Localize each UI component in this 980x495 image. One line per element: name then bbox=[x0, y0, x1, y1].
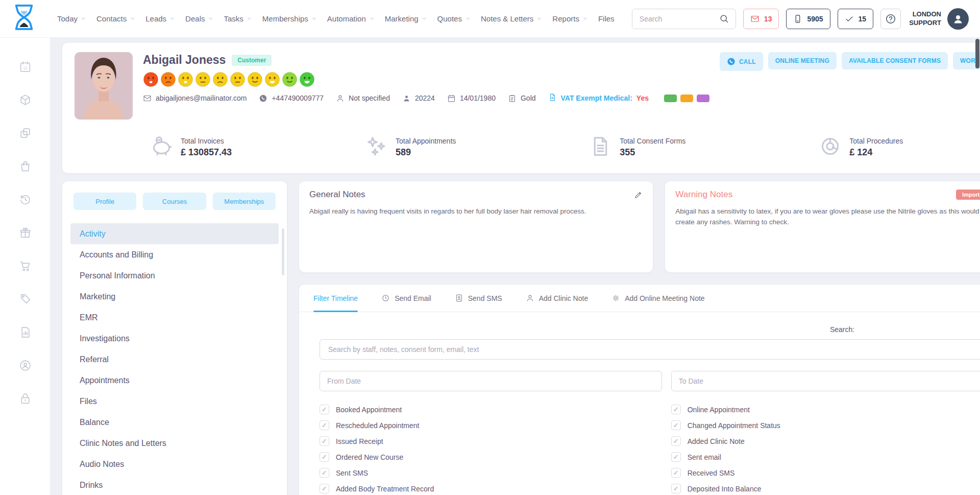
filter-input-to-date[interactable] bbox=[671, 371, 980, 391]
checkbox[interactable]: ✓ bbox=[320, 405, 329, 414]
menu-item-marketing[interactable]: Marketing bbox=[70, 286, 279, 307]
timeline-tab-add-clinic-note[interactable]: Add Clinic Note bbox=[526, 285, 589, 312]
gift-icon bbox=[19, 226, 32, 241]
page-scrollbar-thumb[interactable] bbox=[975, 39, 979, 68]
sidebar-icon-cart[interactable] bbox=[19, 260, 32, 274]
menu-item-referral[interactable]: Referral bbox=[70, 349, 279, 370]
checkbox[interactable]: ✓ bbox=[320, 468, 329, 478]
filter-checkbox-booked-appointment[interactable]: ✓ Booked Appointment bbox=[320, 405, 662, 414]
filter-checkbox-received-sms[interactable]: ✓ Received SMS bbox=[671, 468, 980, 478]
nav-item-memberships[interactable]: Memberships bbox=[262, 14, 317, 23]
filter-checkbox-rescheduled-appointment[interactable]: ✓ Rescheduled Appointment bbox=[320, 420, 662, 430]
tab-courses[interactable]: Courses bbox=[143, 193, 206, 210]
search-icon[interactable] bbox=[713, 9, 736, 29]
menu-item-appointments[interactable]: Appointments bbox=[70, 370, 279, 391]
filter-checkbox-changed-appointment-status[interactable]: ✓ Changed Appointment Status bbox=[671, 420, 980, 430]
sidebar-icon-tag[interactable] bbox=[19, 293, 32, 308]
checkbox[interactable]: ✓ bbox=[671, 468, 681, 478]
filter-checkbox-deposited-into-balance[interactable]: ✓ Deposited Into Balance bbox=[671, 484, 980, 493]
online-meeting-button[interactable]: ONLINE MEETING bbox=[768, 52, 837, 69]
menu-item-clinic-notes-and-letters[interactable]: Clinic Notes and Letters bbox=[70, 433, 279, 454]
rating-face-3-icon[interactable] bbox=[178, 72, 193, 87]
rating-face-6-icon[interactable] bbox=[230, 72, 246, 87]
nav-item-notes-letters[interactable]: Notes & Letters bbox=[481, 14, 542, 23]
menu-item-balance[interactable]: Balance bbox=[70, 412, 279, 433]
menu-item-files[interactable]: Files bbox=[70, 391, 279, 412]
menu-item-activity[interactable]: Activity bbox=[70, 223, 279, 244]
sidebar-icon-copy[interactable] bbox=[19, 127, 32, 142]
search-input[interactable] bbox=[632, 9, 713, 29]
menu-item-drinks[interactable]: Drinks bbox=[70, 475, 279, 495]
client-gender: Not specified bbox=[336, 94, 390, 103]
menu-item-investigations[interactable]: Investigations bbox=[70, 328, 279, 349]
sidebar-icon-package[interactable] bbox=[19, 93, 32, 108]
menu-item-personal-information[interactable]: Personal Information bbox=[70, 265, 279, 286]
checkbox[interactable]: ✓ bbox=[671, 405, 681, 414]
filter-checkbox-issued-receipt[interactable]: ✓ Issued Receipt bbox=[320, 436, 662, 446]
rating-face-10-icon[interactable] bbox=[299, 72, 315, 87]
checkbox[interactable]: ✓ bbox=[320, 452, 329, 462]
app-logo-hourglass-icon[interactable] bbox=[12, 5, 36, 33]
timeline-tab-filter-timeline[interactable]: Filter Timeline bbox=[313, 285, 358, 312]
sidebar-icon-gift[interactable] bbox=[19, 226, 32, 241]
nav-item-deals[interactable]: Deals bbox=[185, 14, 213, 23]
filter-input-from-date[interactable] bbox=[320, 371, 662, 391]
user-avatar[interactable] bbox=[947, 8, 969, 30]
filter-checkbox-added-body-treatment-record[interactable]: ✓ Added Body Treatment Record bbox=[320, 484, 662, 493]
filter-checkbox-ordered-new-course[interactable]: ✓ Ordered New Course bbox=[320, 452, 662, 462]
checkbox[interactable]: ✓ bbox=[320, 436, 329, 446]
rating-face-4-icon[interactable] bbox=[195, 72, 211, 87]
filter-checkbox-sent-email[interactable]: ✓ Sent email bbox=[671, 452, 980, 462]
rating-face-2-icon[interactable] bbox=[160, 72, 176, 87]
filter-checkbox-online-appointment[interactable]: ✓ Online Appointment bbox=[671, 405, 980, 414]
sidebar-icon-report[interactable] bbox=[19, 326, 32, 341]
nav-item-files[interactable]: Files bbox=[598, 14, 615, 23]
menu-item-accounts-and-billing[interactable]: Accounts and Billing bbox=[70, 244, 279, 265]
sidebar-icon-history[interactable] bbox=[19, 193, 32, 208]
badge-smartphone[interactable]: 5905 bbox=[786, 9, 830, 29]
rating-face-8-icon[interactable] bbox=[264, 72, 280, 87]
nav-item-marketing[interactable]: Marketing bbox=[385, 14, 427, 23]
timeline-tab-send-sms[interactable]: Send SMS bbox=[455, 285, 502, 312]
call-button[interactable]: CALL bbox=[720, 52, 763, 71]
nav-item-automation[interactable]: Automation bbox=[327, 14, 375, 23]
available-consent-forms-button[interactable]: AVAILABLE CONSENT FORMS bbox=[842, 52, 948, 69]
tag-chip[interactable] bbox=[664, 95, 677, 102]
checkbox[interactable]: ✓ bbox=[671, 436, 681, 446]
timeline-tab-add-online-meeting-note[interactable]: Add Online Meeting Note bbox=[611, 285, 704, 312]
badge-envelope[interactable]: 13 bbox=[743, 9, 779, 29]
checkbox[interactable]: ✓ bbox=[671, 420, 681, 430]
nav-item-tasks[interactable]: Tasks bbox=[224, 14, 252, 23]
timeline-tab-send-email[interactable]: Send Email bbox=[381, 285, 431, 312]
rating-face-9-icon[interactable] bbox=[282, 72, 298, 87]
filter-checkbox-added-clinic-note[interactable]: ✓ Added Clinic Note bbox=[671, 436, 980, 446]
sidebar-icon-calendar-12[interactable]: 12 bbox=[19, 60, 32, 75]
panel-scrollbar[interactable] bbox=[282, 228, 284, 275]
nav-item-today[interactable]: Today bbox=[57, 14, 86, 23]
nav-item-quotes[interactable]: Quotes bbox=[437, 14, 471, 23]
sidebar-icon-shopping-bag[interactable] bbox=[19, 160, 32, 175]
nav-item-contacts[interactable]: Contacts bbox=[96, 14, 135, 23]
tag-chip[interactable] bbox=[680, 95, 693, 102]
sidebar-icon-lock[interactable] bbox=[19, 392, 32, 407]
edit-note-icon[interactable] bbox=[634, 191, 643, 199]
checkbox[interactable]: ✓ bbox=[320, 420, 329, 430]
rating-face-5-icon[interactable] bbox=[212, 72, 228, 87]
nav-item-reports[interactable]: Reports bbox=[552, 14, 588, 23]
help-icon[interactable] bbox=[880, 9, 901, 29]
menu-item-emr[interactable]: EMR bbox=[70, 307, 279, 328]
tab-profile[interactable]: Profile bbox=[74, 193, 136, 210]
menu-item-audio-notes[interactable]: Audio Notes bbox=[70, 454, 279, 475]
badge-check[interactable]: 15 bbox=[838, 9, 874, 29]
sidebar-icon-support[interactable] bbox=[19, 359, 32, 374]
checkbox[interactable]: ✓ bbox=[671, 484, 681, 493]
tab-memberships[interactable]: Memberships bbox=[213, 193, 276, 210]
tag-chip[interactable] bbox=[697, 95, 709, 102]
timeline-search-input[interactable] bbox=[320, 339, 980, 360]
checkbox[interactable]: ✓ bbox=[320, 484, 329, 493]
rating-face-7-icon[interactable] bbox=[247, 72, 263, 87]
filter-checkbox-sent-sms[interactable]: ✓ Sent SMS bbox=[320, 468, 662, 478]
nav-item-leads[interactable]: Leads bbox=[145, 14, 175, 23]
checkbox[interactable]: ✓ bbox=[671, 452, 681, 462]
rating-face-1-icon[interactable] bbox=[143, 72, 159, 87]
